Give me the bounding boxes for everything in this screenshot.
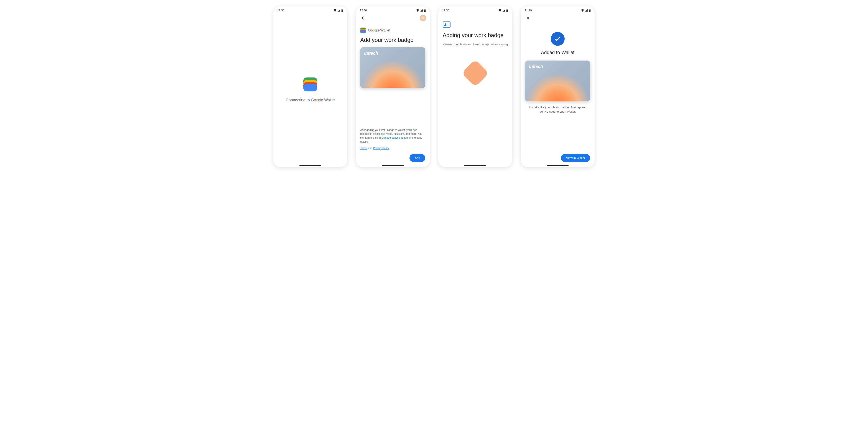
close-button[interactable]: [524, 14, 532, 22]
badge-card-preview: Initech: [360, 47, 425, 88]
badge-brand-name: Initech: [529, 64, 543, 69]
wallet-logo-icon: [360, 28, 366, 33]
nav-handle[interactable]: [300, 165, 321, 166]
status-bar: 12:30: [438, 6, 512, 13]
screen-add-badge: 12:30 Google Wallet Add your work badge: [356, 6, 430, 167]
screen-added: 11:29 Added to Wallet Initech It works l…: [521, 6, 595, 167]
manage-passes-link[interactable]: Manage passes data: [381, 136, 406, 139]
nav-handle[interactable]: [382, 165, 404, 166]
account-avatar[interactable]: [420, 15, 426, 21]
battery-icon: [589, 9, 591, 12]
status-icons: [498, 9, 508, 12]
privacy-link[interactable]: Privacy Policy: [373, 147, 389, 150]
view-in-wallet-button[interactable]: View in Wallet: [561, 154, 590, 162]
badge-card-preview: Initech: [525, 61, 590, 101]
arrow-back-icon: [361, 16, 366, 21]
wifi-icon: [581, 9, 584, 12]
page-title: Added to Wallet: [525, 50, 590, 55]
status-time: 12:30: [442, 9, 450, 12]
wifi-icon: [498, 9, 502, 12]
nav-handle[interactable]: [464, 165, 486, 166]
status-bar: 12:30: [356, 6, 430, 13]
nav-handle[interactable]: [547, 165, 568, 166]
success-check-icon: [551, 32, 565, 46]
google-wordmark: Google: [368, 28, 379, 33]
cell-icon: [338, 9, 340, 12]
loading-spinner-icon: [461, 59, 489, 87]
wifi-icon: [416, 9, 419, 12]
wallet-brand-row: Google Wallet: [360, 28, 425, 33]
id-badge-icon: [443, 22, 508, 28]
terms-link[interactable]: Terms: [360, 147, 367, 150]
cell-icon: [503, 9, 505, 12]
screen-connecting: 12:30 Connecting to Google Wallet: [273, 6, 347, 167]
add-button[interactable]: Add: [409, 154, 425, 162]
close-icon: [526, 16, 530, 20]
status-time: 12:30: [277, 9, 284, 12]
battery-icon: [506, 9, 508, 12]
google-wordmark: Google: [311, 98, 323, 102]
page-title: Adding your work badge: [443, 32, 508, 39]
cell-icon: [585, 9, 588, 12]
svg-rect-3: [447, 25, 449, 25]
svg-point-1: [445, 24, 446, 25]
connecting-text: Connecting to Google Wallet: [286, 98, 335, 102]
svg-rect-0: [443, 22, 450, 27]
description-text: It works like your plastic badge. Just t…: [525, 105, 590, 114]
wifi-icon: [334, 9, 337, 12]
page-title: Add your work badge: [360, 37, 425, 43]
cell-icon: [420, 9, 423, 12]
back-button[interactable]: [359, 14, 367, 22]
screen-adding: 12:30 Adding your work badge Please don'…: [438, 6, 512, 167]
status-bar: 11:29: [521, 6, 595, 13]
status-time: 11:29: [525, 9, 532, 12]
status-icons: [581, 9, 591, 12]
status-bar: 12:30: [273, 6, 347, 13]
terms-row: Terms and Privacy Policy: [360, 147, 425, 150]
status-icons: [416, 9, 426, 12]
disclosure-text: After adding your work badge to Wallet, …: [360, 128, 425, 144]
battery-icon: [341, 9, 343, 12]
svg-rect-2: [447, 24, 449, 24]
wallet-logo-icon: [303, 78, 317, 91]
battery-icon: [424, 9, 426, 12]
subtitle-text: Please don't leave or close this app whi…: [443, 42, 508, 46]
status-time: 12:30: [360, 9, 367, 12]
badge-brand-name: Initech: [364, 51, 378, 56]
status-icons: [334, 9, 343, 12]
